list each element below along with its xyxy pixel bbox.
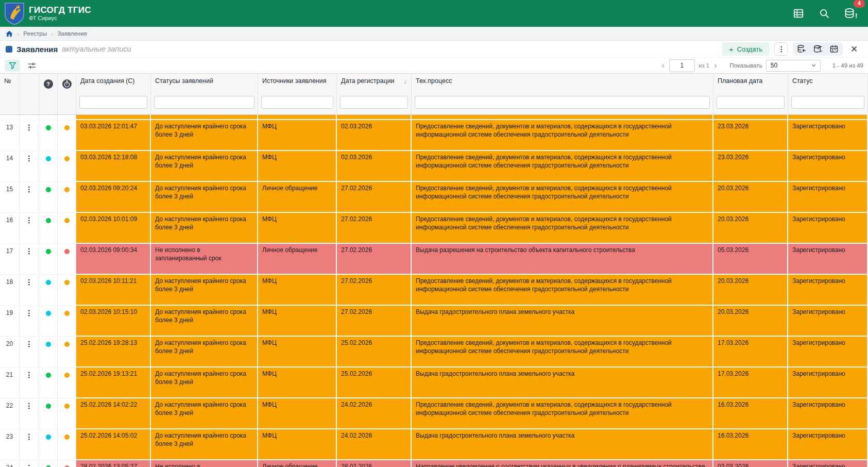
indicator-dot [46,373,51,378]
sort-desc-icon[interactable]: ↓ [404,77,407,85]
row-menu-icon[interactable]: ⋮ [26,216,33,224]
column-header-state[interactable]: Статус [788,74,868,94]
table-row[interactable]: 22⋮25.02.2026 14:02:22До наступления кра… [0,398,868,429]
prev-page-icon[interactable]: ‹ [661,61,666,70]
row-menu-icon[interactable]: ⋮ [26,433,33,441]
row-menu-icon[interactable]: ⋮ [26,247,33,255]
column-header-source[interactable]: Источники заявления [258,74,337,94]
sync-database-button[interactable] [810,43,825,55]
column-header-process[interactable]: Тех.процесс [412,74,713,94]
row-menu-icon[interactable]: ⋮ [26,155,33,162]
column-header-num: № [0,74,20,94]
indicator-cell [39,213,58,244]
filter-cell-created [76,94,151,114]
state-cell: Зарегистрировано [788,429,868,460]
row-number: 20 [6,340,13,347]
breadcrumb-applications[interactable]: Заявления [57,30,87,37]
row-number: 17 [6,247,13,255]
row-menu-icon[interactable]: ⋮ [26,309,33,317]
source-cell: МФЦ [258,213,337,244]
table-row[interactable]: 19⋮02.03.2026 10:15:10До наступления кра… [0,306,868,337]
row-menu-icon[interactable]: ⋮ [26,340,33,348]
filter-cell-plan [713,94,788,114]
more-actions-button[interactable]: ⋮ [774,42,788,56]
create-button-label: Создать [737,45,762,53]
filter-input-process[interactable] [415,96,710,109]
table-row[interactable]: 13⋮03.03.2026 12:01:47До наступления кра… [0,120,868,151]
timer-cell [58,244,76,275]
column-settings-button[interactable] [25,61,39,70]
row-number-cell: 14 [0,151,20,182]
application-status-cell: До наступления крайнего срока более 3 дн… [151,182,258,213]
close-registry-button[interactable]: ✕ [848,44,860,55]
tech-process-cell: Предоставление сведений, документов и ма… [412,151,713,182]
row-menu-icon[interactable]: ⋮ [26,278,33,286]
calendar-button[interactable] [826,43,841,55]
breadcrumb-registries[interactable]: Реестры [23,30,47,37]
indicator-dot [46,156,51,161]
table-row[interactable]: 14⋮03.03.2026 12:18:08До наступления кра… [0,151,868,182]
registration-date-cell: 24.02.2026 [337,429,412,460]
indicator-cell [39,398,58,429]
column-header-status[interactable]: Статусы заявлений [151,74,258,94]
filter-cell-reg [337,94,412,114]
row-menu-icon[interactable]: ⋮ [26,124,33,131]
registry-table-button[interactable] [792,7,805,20]
search-button[interactable] [818,7,831,20]
row-menu-cell: ⋮ [20,337,39,368]
next-page-icon[interactable]: › [713,61,718,70]
search-icon [819,8,830,19]
filter-input-status[interactable] [154,96,254,109]
home-icon[interactable] [6,30,13,37]
row-number: 24 [6,464,13,467]
indicator-cell [39,460,58,467]
filter-input-state[interactable] [791,96,864,109]
table-row[interactable]: 17⋮02.03.2026 09:00:34Не исполнено в зап… [0,244,868,275]
import-database-button[interactable] [794,43,809,55]
row-menu-icon[interactable]: ⋮ [26,371,33,379]
table-row[interactable]: 18⋮02.03.2026 10:11:21До наступления кра… [0,275,868,306]
column-header-label: Дата регистрации [341,77,395,85]
filter-input-reg[interactable] [340,96,408,109]
row-number-cell: 21 [0,368,20,398]
created-date-cell: 25.02.2026 19:28:13 [76,337,151,368]
timer-dot [64,404,70,409]
column-header-plan[interactable]: Плановая дата [713,74,788,94]
table-row[interactable]: 23⋮25.02.2026 14:05:02До наступления кра… [0,429,868,460]
source-cell: МФЦ [258,429,337,460]
filter-input-created[interactable] [79,96,147,109]
indicator-dot [46,342,51,347]
row-menu-icon[interactable]: ⋮ [26,402,33,410]
filter-cell-state [788,94,868,114]
timer-cell [58,337,76,368]
column-header-reg[interactable]: Дата регистрации↓ [337,74,412,94]
database-alert-icon: ! [844,8,858,20]
column-header-ind: ? [39,74,58,94]
notifications-button[interactable]: ! 4 [843,7,859,21]
row-number-cell: 17 [0,244,20,275]
table-row[interactable]: 21⋮25.02.2026 19:13:21До наступления кра… [0,368,868,398]
column-header-created[interactable]: Дата создания (С) [76,74,151,94]
indicator-dot [46,187,51,192]
filter-button[interactable] [5,59,20,72]
plan-date-cell: 03.03.2026 [713,460,788,467]
filter-input-source[interactable] [261,96,333,109]
source-cell: МФЦ [258,151,337,182]
page-size-select[interactable]: 50 [766,60,821,72]
table-row[interactable]: 20⋮25.02.2026 19:28:13До наступления кра… [0,337,868,368]
filter-input-plan[interactable] [717,96,785,109]
row-menu-icon[interactable]: ⋮ [26,464,33,467]
column-header-label: № [4,77,11,85]
row-menu-icon[interactable]: ⋮ [26,186,33,193]
create-button[interactable]: + Создать [722,42,769,56]
table-row[interactable]: 15⋮02.03.2026 09:20:24До наступления кра… [0,182,868,213]
application-status-cell: Не исполнено в запланированный срок [151,244,258,275]
page-number-input[interactable] [669,59,695,72]
source-cell: Личное обращение [258,460,337,467]
table-row[interactable]: 24⋮28.02.2026 13:05:27Не исполнено в зап… [0,460,868,467]
state-cell: Зарегистрировано [788,151,868,182]
table-row[interactable]: 16⋮02.03.2026 10:01:09До наступления кра… [0,213,868,244]
row-menu-cell: ⋮ [20,306,39,337]
row-menu-cell: ⋮ [20,368,39,398]
filter-cell-ind [39,94,58,114]
